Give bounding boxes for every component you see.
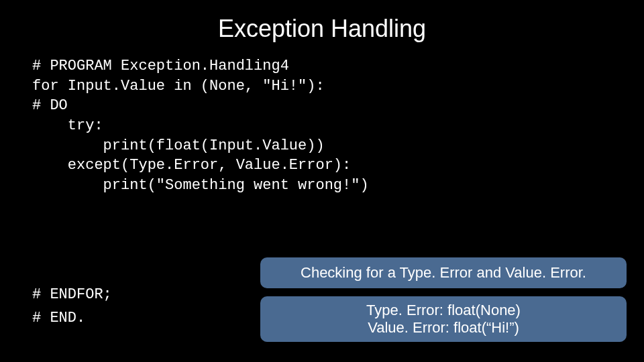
callout-errors: Type. Error: float(None) Value. Error: f… [259,295,628,343]
code-block: # PROGRAM Exception.Handling4 for Input.… [0,56,644,196]
callout-value-error: Value. Error: float(“Hi!”) [272,319,614,337]
callout-type-error: Type. Error: float(None) [272,302,614,319]
code-end: # END. [32,310,85,326]
code-line-7: print("Something went wrong!") [32,177,369,194]
code-line-4: try: [32,117,103,134]
code-endfor: # ENDFOR; [32,286,112,303]
code-line-3: # DO [32,97,68,114]
code-line-6: except(Type.Error, Value.Error): [32,157,351,174]
code-line-5: print(float(Input.Value)) [32,137,325,154]
code-end-block: # ENDFOR; # END. [32,283,112,330]
callout-area: Checking for a Type. Error and Value. Er… [259,256,628,349]
code-line-2: for Input.Value in (None, "Hi!"): [32,78,325,95]
callout-description: Checking for a Type. Error and Value. Er… [259,256,628,290]
slide-title: Exception Handling [0,0,644,56]
code-line-1: # PROGRAM Exception.Handling4 [32,58,289,74]
